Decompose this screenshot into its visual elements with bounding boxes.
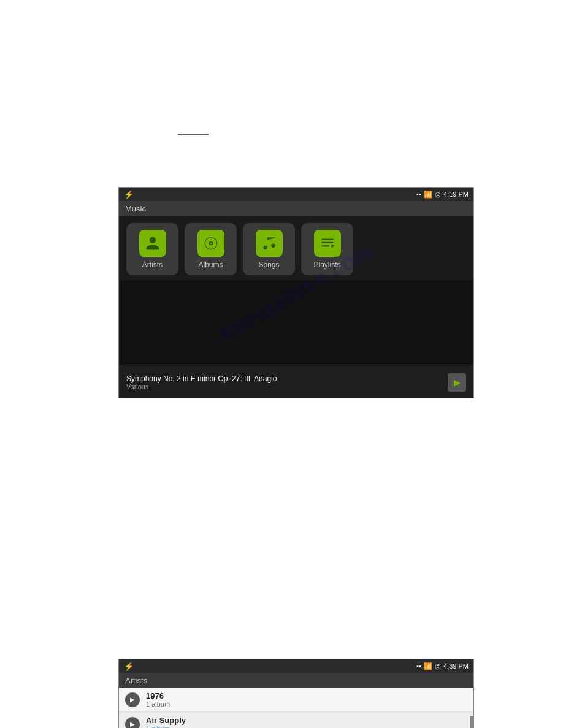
svg-rect-4: [321, 241, 334, 243]
artists-title-bar: Artists: [119, 673, 473, 688]
usb-icon-2: ⚡: [124, 662, 134, 671]
playlists-label: Playlists: [313, 260, 340, 269]
play-icon: ▶: [125, 692, 140, 707]
wifi-icon: ◎: [435, 191, 441, 199]
play-icon: ▶: [125, 717, 140, 729]
status-bar-1: ⚡ ▪▪ 📶 ◎ 4:19 PM: [119, 188, 473, 201]
artist-album-count: 1 album: [146, 725, 186, 728]
status-bar-right: ▪▪ 📶 ◎ 4:19 PM: [416, 191, 469, 199]
albums-icon: [197, 230, 224, 257]
scrollbar-thumb[interactable]: [470, 716, 473, 728]
artist-album-count: 1 album: [146, 700, 170, 708]
top-divider: [178, 134, 209, 135]
music-title-bar: Music: [119, 201, 473, 216]
signal-icon-2: 📶: [424, 662, 432, 670]
music-main-area: Artists Albums Songs: [119, 216, 473, 398]
songs-icon: [256, 230, 283, 257]
list-item[interactable]: ▶ Air Supply 1 album: [119, 712, 473, 728]
music-app-title: Music: [125, 204, 146, 213]
artist-info: 1976 1 album: [146, 691, 170, 708]
now-playing-bar[interactable]: Symphony No. 2 in E minor Op. 27: III. A…: [119, 366, 473, 398]
artists-icon: [139, 230, 166, 257]
songs-button[interactable]: Songs: [243, 223, 295, 275]
usb-icon: ⚡: [124, 190, 134, 199]
artist-info: Air Supply 1 album: [146, 716, 186, 728]
status-bar-right-2: ▪▪ 📶 ◎ 4:39 PM: [416, 662, 469, 670]
sd-icon-2: ▪▪: [416, 662, 421, 670]
albums-label: Albums: [198, 260, 223, 269]
signal-icon: 📶: [424, 191, 432, 199]
artist-name: 1976: [146, 691, 170, 700]
artists-app-screenshot: ⚡ ▪▪ 📶 ◎ 4:39 PM Artists ▶ 1976 1 album …: [118, 659, 474, 728]
svg-marker-6: [331, 244, 334, 248]
artists-app-title: Artists: [125, 676, 147, 685]
status-bar-left: ⚡: [124, 190, 134, 199]
albums-button[interactable]: Albums: [185, 223, 237, 275]
artists-button[interactable]: Artists: [126, 223, 178, 275]
music-app-screenshot: ⚡ ▪▪ 📶 ◎ 4:19 PM Music Artists: [118, 187, 474, 398]
artists-label: Artists: [142, 260, 163, 269]
clock: 4:19 PM: [443, 191, 469, 198]
svg-point-2: [210, 242, 211, 243]
playlists-button[interactable]: Playlists: [301, 223, 353, 275]
scrollbar-track: [470, 716, 473, 728]
music-buttons-area: Artists Albums Songs: [119, 216, 473, 280]
list-item[interactable]: ▶ 1976 1 album: [119, 688, 473, 712]
now-playing-artist: Various: [126, 383, 277, 390]
now-playing-title: Symphony No. 2 in E minor Op. 27: III. A…: [126, 374, 277, 383]
artists-list: ▶ 1976 1 album ▶ Air Supply 1 album ▶ As…: [119, 688, 473, 728]
svg-rect-5: [321, 245, 329, 246]
status-bar-left-2: ⚡: [124, 662, 134, 671]
songs-label: Songs: [258, 260, 279, 269]
sd-icon: ▪▪: [416, 191, 421, 198]
now-playing-info: Symphony No. 2 in E minor Op. 27: III. A…: [126, 374, 277, 390]
play-button[interactable]: ▶: [448, 373, 466, 392]
clock-2: 4:39 PM: [443, 662, 469, 670]
artist-name: Air Supply: [146, 716, 186, 725]
wifi-icon-2: ◎: [435, 662, 441, 670]
playlists-icon: [314, 230, 341, 257]
svg-rect-3: [321, 238, 334, 240]
status-bar-2: ⚡ ▪▪ 📶 ◎ 4:39 PM: [119, 659, 473, 673]
music-spacer: [119, 280, 473, 366]
